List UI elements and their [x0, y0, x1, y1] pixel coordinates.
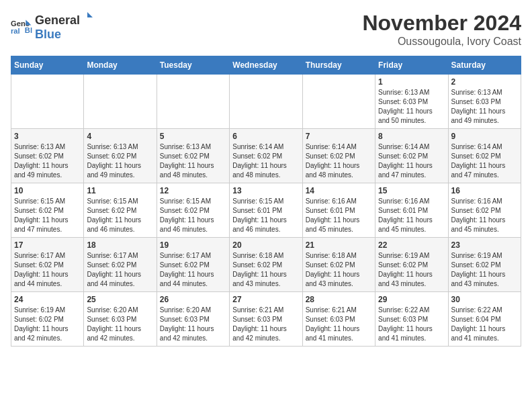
day-number: 15	[378, 186, 445, 195]
day-number: 18	[87, 240, 153, 250]
calendar-cell: 10Sunrise: 6:15 AM Sunset: 6:02 PM Dayli…	[11, 183, 84, 238]
day-number: 6	[232, 132, 299, 141]
day-number: 3	[14, 132, 81, 141]
day-number: 7	[306, 132, 372, 141]
calendar-week-row: 1Sunrise: 6:13 AM Sunset: 6:03 PM Daylig…	[11, 75, 521, 129]
calendar-cell: 25Sunrise: 6:20 AM Sunset: 6:03 PM Dayli…	[84, 292, 157, 347]
logo-bird-icon	[81, 11, 94, 24]
calendar-cell: 30Sunrise: 6:22 AM Sunset: 6:04 PM Dayli…	[448, 292, 521, 347]
day-number: 14	[306, 186, 372, 195]
cell-content: Sunrise: 6:17 AM Sunset: 6:02 PM Dayligh…	[160, 251, 226, 289]
calendar-cell: 21Sunrise: 6:18 AM Sunset: 6:02 PM Dayli…	[302, 238, 375, 292]
cell-content: Sunrise: 6:14 AM Sunset: 6:02 PM Dayligh…	[378, 142, 445, 180]
calendar-cell: 29Sunrise: 6:22 AM Sunset: 6:03 PM Dayli…	[375, 292, 448, 347]
calendar-body: 1Sunrise: 6:13 AM Sunset: 6:03 PM Daylig…	[11, 75, 521, 347]
cell-content: Sunrise: 6:13 AM Sunset: 6:03 PM Dayligh…	[451, 88, 518, 126]
cell-content: Sunrise: 6:16 AM Sunset: 6:02 PM Dayligh…	[451, 197, 518, 234]
day-number: 24	[14, 295, 81, 304]
calendar-cell: 15Sunrise: 6:16 AM Sunset: 6:01 PM Dayli…	[375, 183, 448, 238]
day-number: 4	[87, 132, 153, 141]
calendar-cell: 11Sunrise: 6:15 AM Sunset: 6:02 PM Dayli…	[84, 183, 157, 238]
calendar-table: SundayMondayTuesdayWednesdayThursdayFrid…	[11, 56, 521, 347]
cell-content: Sunrise: 6:19 AM Sunset: 6:02 PM Dayligh…	[451, 251, 518, 289]
calendar-cell: 17Sunrise: 6:17 AM Sunset: 6:02 PM Dayli…	[11, 238, 84, 292]
cell-content: Sunrise: 6:17 AM Sunset: 6:02 PM Dayligh…	[14, 251, 81, 289]
title-block: November 2024 Oussougoula, Ivory Coast	[362, 11, 521, 48]
cell-content: Sunrise: 6:18 AM Sunset: 6:02 PM Dayligh…	[232, 251, 299, 289]
location-title: Oussougoula, Ivory Coast	[362, 36, 521, 48]
calendar-cell: 27Sunrise: 6:21 AM Sunset: 6:03 PM Dayli…	[230, 292, 302, 347]
svg-text:ral: ral	[11, 27, 20, 35]
day-number: 26	[160, 295, 226, 304]
calendar-cell: 28Sunrise: 6:21 AM Sunset: 6:03 PM Dayli…	[302, 292, 375, 347]
cell-content: Sunrise: 6:16 AM Sunset: 6:01 PM Dayligh…	[306, 197, 372, 234]
calendar-cell: 7Sunrise: 6:14 AM Sunset: 6:02 PM Daylig…	[302, 129, 375, 183]
calendar-cell	[84, 75, 157, 129]
logo: Gene ral Blue General Blue	[11, 11, 95, 42]
cell-content: Sunrise: 6:13 AM Sunset: 6:02 PM Dayligh…	[14, 142, 81, 180]
calendar-cell: 2Sunrise: 6:13 AM Sunset: 6:03 PM Daylig…	[448, 75, 521, 129]
cell-content: Sunrise: 6:15 AM Sunset: 6:02 PM Dayligh…	[14, 197, 81, 234]
cell-content: Sunrise: 6:21 AM Sunset: 6:03 PM Dayligh…	[306, 306, 372, 343]
cell-content: Sunrise: 6:15 AM Sunset: 6:02 PM Dayligh…	[160, 197, 226, 234]
calendar-week-row: 10Sunrise: 6:15 AM Sunset: 6:02 PM Dayli…	[11, 183, 521, 238]
day-number: 27	[232, 295, 299, 304]
cell-content: Sunrise: 6:20 AM Sunset: 6:03 PM Dayligh…	[87, 306, 153, 343]
cell-content: Sunrise: 6:15 AM Sunset: 6:02 PM Dayligh…	[87, 197, 153, 234]
day-header-wednesday: Wednesday	[230, 56, 302, 75]
day-number: 11	[87, 186, 153, 195]
calendar-week-row: 3Sunrise: 6:13 AM Sunset: 6:02 PM Daylig…	[11, 129, 521, 183]
cell-content: Sunrise: 6:16 AM Sunset: 6:01 PM Dayligh…	[378, 197, 445, 234]
day-number: 23	[451, 240, 518, 250]
calendar-cell: 5Sunrise: 6:13 AM Sunset: 6:02 PM Daylig…	[157, 129, 229, 183]
day-number: 8	[378, 132, 445, 141]
cell-content: Sunrise: 6:14 AM Sunset: 6:02 PM Dayligh…	[306, 142, 372, 180]
calendar-cell	[302, 75, 375, 129]
calendar-header-row: SundayMondayTuesdayWednesdayThursdayFrid…	[11, 56, 521, 75]
day-number: 2	[451, 77, 518, 87]
logo-text-general: General	[35, 13, 80, 28]
day-number: 29	[378, 295, 445, 304]
day-number: 19	[160, 240, 226, 250]
cell-content: Sunrise: 6:18 AM Sunset: 6:02 PM Dayligh…	[306, 251, 372, 289]
day-number: 9	[451, 132, 518, 141]
cell-content: Sunrise: 6:21 AM Sunset: 6:03 PM Dayligh…	[232, 306, 299, 343]
calendar-cell: 14Sunrise: 6:16 AM Sunset: 6:01 PM Dayli…	[302, 183, 375, 238]
cell-content: Sunrise: 6:14 AM Sunset: 6:02 PM Dayligh…	[451, 142, 518, 180]
day-header-monday: Monday	[84, 56, 157, 75]
day-header-sunday: Sunday	[11, 56, 84, 75]
day-number: 22	[378, 240, 445, 250]
calendar-cell	[157, 75, 229, 129]
calendar-cell: 8Sunrise: 6:14 AM Sunset: 6:02 PM Daylig…	[375, 129, 448, 183]
calendar-cell: 19Sunrise: 6:17 AM Sunset: 6:02 PM Dayli…	[157, 238, 229, 292]
cell-content: Sunrise: 6:13 AM Sunset: 6:02 PM Dayligh…	[160, 142, 226, 180]
calendar-cell: 26Sunrise: 6:20 AM Sunset: 6:03 PM Dayli…	[157, 292, 229, 347]
header: Gene ral Blue General Blue November 2024…	[11, 11, 521, 48]
day-number: 20	[232, 240, 299, 250]
calendar-cell: 9Sunrise: 6:14 AM Sunset: 6:02 PM Daylig…	[448, 129, 521, 183]
cell-content: Sunrise: 6:15 AM Sunset: 6:01 PM Dayligh…	[232, 197, 299, 234]
day-header-saturday: Saturday	[448, 56, 521, 75]
day-number: 17	[14, 240, 81, 250]
calendar-cell: 22Sunrise: 6:19 AM Sunset: 6:02 PM Dayli…	[375, 238, 448, 292]
cell-content: Sunrise: 6:19 AM Sunset: 6:02 PM Dayligh…	[378, 251, 445, 289]
calendar-cell: 3Sunrise: 6:13 AM Sunset: 6:02 PM Daylig…	[11, 129, 84, 183]
day-number: 10	[14, 186, 81, 195]
calendar-cell: 24Sunrise: 6:19 AM Sunset: 6:02 PM Dayli…	[11, 292, 84, 347]
cell-content: Sunrise: 6:13 AM Sunset: 6:03 PM Dayligh…	[378, 88, 445, 126]
month-title: November 2024	[362, 11, 521, 36]
day-header-friday: Friday	[375, 56, 448, 75]
day-number: 28	[306, 295, 372, 304]
cell-content: Sunrise: 6:22 AM Sunset: 6:03 PM Dayligh…	[378, 306, 445, 343]
cell-content: Sunrise: 6:20 AM Sunset: 6:03 PM Dayligh…	[160, 306, 226, 343]
day-number: 30	[451, 295, 518, 304]
calendar-week-row: 24Sunrise: 6:19 AM Sunset: 6:02 PM Dayli…	[11, 292, 521, 347]
svg-text:Blue: Blue	[25, 26, 32, 34]
calendar-cell: 13Sunrise: 6:15 AM Sunset: 6:01 PM Dayli…	[230, 183, 302, 238]
day-header-thursday: Thursday	[302, 56, 375, 75]
day-number: 25	[87, 295, 153, 304]
calendar-cell: 20Sunrise: 6:18 AM Sunset: 6:02 PM Dayli…	[230, 238, 302, 292]
day-number: 13	[232, 186, 299, 195]
day-number: 5	[160, 132, 226, 141]
cell-content: Sunrise: 6:14 AM Sunset: 6:02 PM Dayligh…	[232, 142, 299, 180]
